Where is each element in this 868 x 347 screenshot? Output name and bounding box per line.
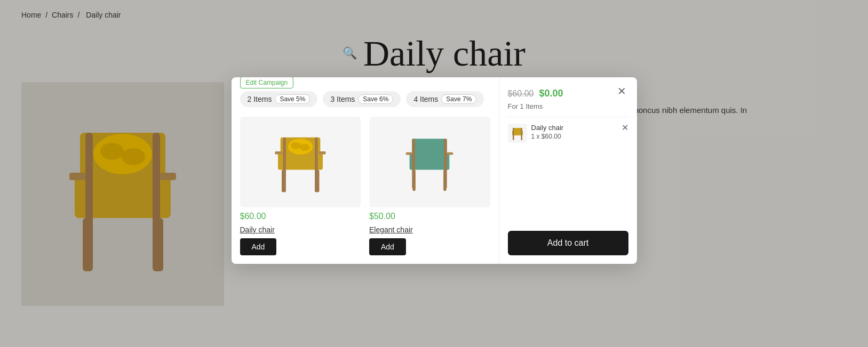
product-daily-name[interactable]: Daily chair — [240, 225, 361, 234]
svg-point-15 — [300, 143, 310, 150]
product-elegant-add-button[interactable]: Add — [369, 238, 406, 255]
left-panel: 2 Items Save 5% 3 Items Save 6% 4 Items … — [232, 77, 499, 264]
product-daily-price: $60.00 — [240, 212, 361, 221]
cart-item-row: Daily chair 1 x $60.00 ✕ — [508, 117, 628, 143]
svg-rect-18 — [283, 137, 286, 192]
svg-rect-27 — [443, 170, 447, 191]
tier-4-save-badge: Save 7% — [441, 94, 476, 104]
tier-tab-4[interactable]: 4 Items Save 7% — [406, 91, 484, 107]
tier-tab-3[interactable]: 3 Items Save 6% — [323, 91, 401, 107]
bundle-modal: Edit Campaign ✕ 2 Items Save 5% 3 Items … — [232, 77, 637, 264]
cart-item-info: Daily chair 1 x $60.00 — [531, 124, 628, 140]
modal-body: 2 Items Save 5% 3 Items Save 6% 4 Items … — [232, 77, 637, 264]
cart-item-remove-button[interactable]: ✕ — [622, 124, 628, 132]
svg-rect-31 — [513, 128, 522, 132]
right-panel: $60.00 $0.00 For 1 Items — [499, 77, 637, 264]
product-image-daily — [240, 117, 361, 207]
product-card-elegant: $50.00 Elegant chair Add — [369, 117, 490, 255]
original-price: $60.00 — [508, 89, 534, 99]
svg-rect-20 — [275, 151, 282, 154]
product-card-daily: $60.00 Daily chair Add — [240, 117, 361, 255]
product-image-elegant — [369, 117, 490, 207]
svg-point-14 — [291, 142, 301, 149]
products-grid: $60.00 Daily chair Add — [240, 117, 490, 255]
product-elegant-name[interactable]: Elegant chair — [369, 225, 490, 234]
cart-item-qty-price: 1 x $60.00 — [531, 133, 628, 140]
cart-item-thumbnail — [508, 124, 527, 143]
price-section: $60.00 $0.00 — [508, 88, 628, 99]
svg-rect-26 — [413, 170, 416, 191]
discounted-price: $0.00 — [539, 88, 563, 99]
svg-rect-21 — [318, 151, 325, 154]
cart-item-name: Daily chair — [531, 124, 628, 132]
tier-3-save-badge: Save 6% — [358, 94, 393, 104]
modal-overlay: Edit Campaign ✕ 2 Items Save 5% 3 Items … — [0, 0, 868, 347]
tier-4-items-label: 4 Items — [413, 95, 438, 103]
svg-rect-29 — [447, 152, 453, 155]
tier-3-items-label: 3 Items — [330, 95, 355, 103]
svg-rect-28 — [406, 152, 412, 155]
product-daily-add-button[interactable]: Add — [240, 238, 277, 255]
product-elegant-price: $50.00 — [369, 212, 490, 221]
tier-tabs: 2 Items Save 5% 3 Items Save 6% 4 Items … — [240, 91, 490, 107]
edit-campaign-badge[interactable]: Edit Campaign — [240, 77, 294, 88]
svg-rect-32 — [513, 128, 514, 140]
close-button[interactable]: ✕ — [615, 84, 630, 99]
svg-rect-33 — [521, 128, 522, 140]
tier-tab-2[interactable]: 2 Items Save 5% — [240, 91, 318, 107]
svg-rect-23 — [412, 139, 447, 156]
for-items-text: For 1 Items — [508, 102, 628, 110]
tier-2-items-label: 2 Items — [248, 95, 272, 103]
svg-rect-19 — [315, 137, 318, 192]
add-to-cart-button[interactable]: Add to cart — [508, 231, 628, 255]
tier-2-save-badge: Save 5% — [275, 94, 310, 104]
